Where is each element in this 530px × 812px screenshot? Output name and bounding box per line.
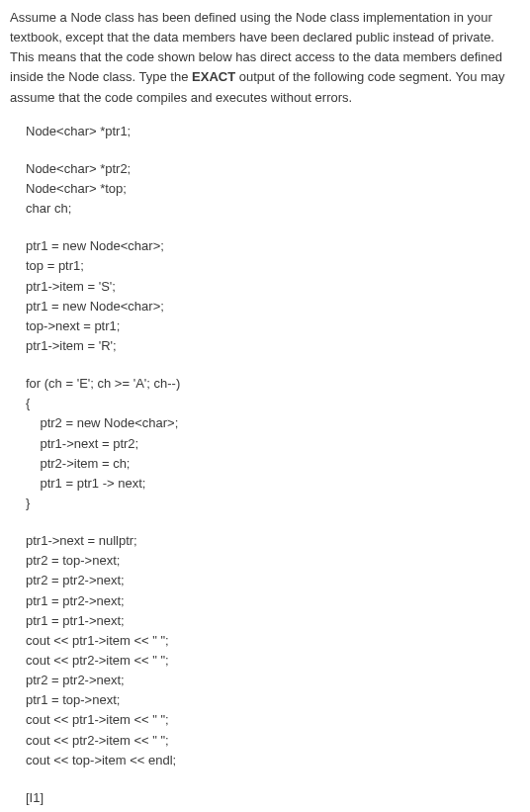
- code-line: ptr1 = top->next;: [26, 690, 520, 710]
- code-block-2: Node<char> *ptr2; Node<char> *top; char …: [26, 159, 520, 219]
- code-line: ptr1->item = 'S';: [26, 277, 520, 297]
- code-line: top->next = ptr1;: [26, 316, 520, 336]
- code-line: Node<char> *ptr2;: [26, 159, 520, 179]
- code-line: ptr1 = new Node<char>;: [26, 236, 520, 256]
- code-line: cout << top->item << endl;: [26, 751, 520, 770]
- code-line: ptr2 = ptr2->next;: [26, 671, 520, 690]
- code-line: char ch;: [26, 199, 520, 219]
- code-line: ptr1 = ptr1 -> next;: [26, 474, 520, 494]
- code-line: ptr2 = top->next;: [26, 551, 520, 571]
- code-line: cout << ptr1->item << " ";: [26, 710, 520, 730]
- code-region: Node<char> *ptr1; Node<char> *ptr2; Node…: [10, 122, 520, 770]
- code-line: ptr2->item = ch;: [26, 454, 520, 474]
- code-block-1: Node<char> *ptr1;: [26, 122, 520, 141]
- code-line: {: [26, 394, 520, 413]
- prompt-bold: EXACT: [192, 69, 235, 84]
- code-line: ptr1 = new Node<char>;: [26, 297, 520, 316]
- code-line: cout << ptr1->item << " ";: [26, 631, 520, 651]
- code-line: }: [26, 494, 520, 513]
- code-line: ptr1->next = ptr2;: [26, 434, 520, 454]
- code-line: Node<char> *top;: [26, 179, 520, 199]
- code-block-4: for (ch = 'E'; ch >= 'A'; ch--) { ptr2 =…: [26, 374, 520, 513]
- code-line: ptr1->item = 'R';: [26, 336, 520, 356]
- code-line: cout << ptr2->item << " ";: [26, 731, 520, 751]
- code-line: ptr2 = new Node<char>;: [26, 413, 520, 433]
- points-label: [I1]: [10, 788, 520, 808]
- code-line: top = ptr1;: [26, 256, 520, 276]
- code-block-3: ptr1 = new Node<char>; top = ptr1; ptr1-…: [26, 236, 520, 356]
- code-line: ptr1 = ptr1->next;: [26, 611, 520, 631]
- question-prompt: Assume a Node class has been defined usi…: [10, 8, 520, 108]
- code-line: cout << ptr2->item << " ";: [26, 651, 520, 671]
- code-block-5: ptr1->next = nullptr; ptr2 = top->next; …: [26, 531, 520, 770]
- code-line: ptr1 = ptr2->next;: [26, 591, 520, 611]
- code-line: ptr2 = ptr2->next;: [26, 571, 520, 590]
- code-line: for (ch = 'E'; ch >= 'A'; ch--): [26, 374, 520, 394]
- code-line: Node<char> *ptr1;: [26, 122, 520, 141]
- code-line: ptr1->next = nullptr;: [26, 531, 520, 551]
